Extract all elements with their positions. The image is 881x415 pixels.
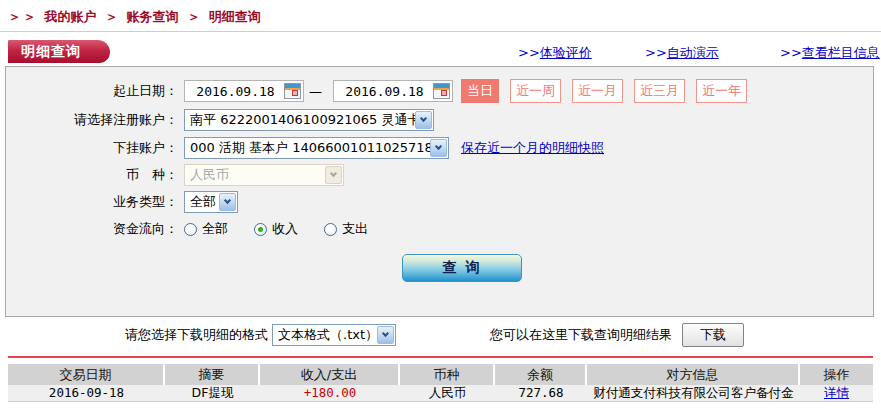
start-date-value: 2016.09.18 [187,84,284,99]
download-button[interactable]: 下载 [682,323,744,347]
radio-icon [184,223,197,236]
register-account-row: 请选择注册账户： 南平 6222001406100921065 灵通卡 [6,108,873,132]
header-income-expense: 收入/支出 [260,364,400,385]
register-account-value: 南平 6222001406100921065 灵通卡 [190,111,415,129]
download-format-value: 文本格式（.txt） [278,326,377,344]
cell-income-amount: +180.00 [260,385,400,401]
auto-demo-link[interactable]: >>自动演示 [645,44,719,62]
sub-account-row: 下挂账户： 000 活期 基本户 1406600101102571848 保存近… [6,136,873,160]
register-account-select[interactable]: 南平 6222001406100921065 灵通卡 [184,109,434,131]
download-format-select[interactable]: 文本格式（.txt） [272,324,396,346]
download-format-label: 请您选择下载明细的格式 [0,326,268,344]
header-counterparty: 对方信息 [587,364,800,385]
end-date-value: 2016.09.18 [336,84,433,99]
cell-action: 详情 [800,385,873,401]
quick-range-group: 当日 近一周 近一月 近三月 近一年 [461,79,747,103]
end-date-input[interactable]: 2016.09.18 [333,80,453,102]
cell-currency: 人民币 [400,385,495,401]
table-row: 2016-09-18 DF提现 +180.00 人民币 727.68 财付通支付… [8,385,873,402]
fund-flow-radio-group: 全部 收入 支出 [184,220,394,238]
table-header-row: 交易日期 摘要 收入/支出 币种 余额 对方信息 操作 [8,364,873,385]
header-currency: 币种 [400,364,495,385]
calendar-icon[interactable] [433,83,450,99]
fund-flow-row: 资金流向： 全部 收入 支出 [6,217,873,241]
quick-range-week-button[interactable]: 近一周 [510,79,561,103]
breadcrumb-my-account[interactable]: 我的账户 [45,9,97,24]
chevron-down-icon [325,166,342,184]
currency-select: 人民币 [184,164,344,186]
link-prefix: >> [780,45,802,60]
experience-review-link[interactable]: >>体验评价 [518,44,592,62]
chevron-down-icon [219,193,236,211]
result-table: 交易日期 摘要 收入/支出 币种 余额 对方信息 操作 2016-09-18 D… [8,364,873,402]
link-label: 查看栏目信息 [802,45,880,60]
sub-account-select[interactable]: 000 活期 基本户 1406600101102571848 [184,137,449,159]
quick-range-month-button[interactable]: 近一月 [572,79,623,103]
currency-label: 币 种： [6,166,178,184]
query-form-panel: 起止日期： 2016.09.18 — 2016.09.18 当日 近一周 近一月… [5,66,874,317]
chevron-down-icon [377,326,394,344]
link-label: 自动演示 [667,45,719,60]
quick-range-quarter-button[interactable]: 近三月 [634,79,685,103]
header-action: 操作 [800,364,873,385]
link-prefix: >> [518,45,540,60]
breadcrumb-prefix: ＞＞ [8,9,38,24]
register-account-label: 请选择注册账户： [6,111,178,129]
cell-counterparty: 财付通支付科技有限公司客户备付金 [587,385,800,401]
chevron-down-icon [415,111,432,129]
query-button[interactable]: 查 询 [402,254,522,282]
cell-summary: DF提现 [165,385,260,401]
download-row: 请您选择下载明细的格式 文本格式（.txt） 您可以在这里下载查询明细结果 下载 [0,322,881,348]
view-column-info-link[interactable]: >>查看栏目信息 [780,44,880,62]
date-dash: — [309,84,322,99]
start-date-input[interactable]: 2016.09.18 [184,80,304,102]
radio-label: 支出 [342,220,368,238]
sub-account-label: 下挂账户： [6,139,178,157]
business-type-value: 全部 [190,193,216,211]
fund-flow-expense-radio[interactable]: 支出 [324,220,368,238]
fund-flow-label: 资金流向： [6,220,178,238]
date-range-label: 起止日期： [6,82,178,100]
cell-trade-date: 2016-09-18 [8,385,165,401]
header-trade-date: 交易日期 [8,364,165,385]
cell-balance: 727.68 [495,385,587,401]
quick-range-year-button[interactable]: 近一年 [696,79,747,103]
fund-flow-all-radio[interactable]: 全部 [184,220,228,238]
currency-row: 币 种： 人民币 [6,163,873,187]
fund-flow-income-radio[interactable]: 收入 [254,220,298,238]
breadcrumb: ＞＞ 我的账户 ＞ 账务查询 ＞ 明细查询 [8,8,261,26]
breadcrumb-separator: ＞ [105,9,118,24]
link-label: 体验评价 [540,45,592,60]
calendar-icon[interactable] [284,83,301,99]
business-type-label: 业务类型： [6,193,178,211]
download-hint: 您可以在这里下载查询明细结果 [490,326,672,344]
header-divider [0,31,881,32]
date-range-row: 起止日期： 2016.09.18 — 2016.09.18 当日 近一周 近一月… [6,79,873,103]
currency-value: 人民币 [190,166,229,184]
sub-account-value: 000 活期 基本户 1406600101102571848 [190,139,430,157]
table-divider [8,356,873,358]
tab-detail-query[interactable]: 明细查询 [8,40,110,63]
radio-checked-icon [254,223,267,236]
link-prefix: >> [645,45,667,60]
breadcrumb-separator: ＞ [187,9,200,24]
header-balance: 余额 [495,364,587,385]
quick-range-today-button[interactable]: 当日 [461,79,499,103]
chevron-down-icon [430,139,447,157]
radio-icon [324,223,337,236]
breadcrumb-account-query[interactable]: 账务查询 [127,9,179,24]
detail-link[interactable]: 详情 [824,385,849,400]
snapshot-link[interactable]: 保存近一个月的明细快照 [461,139,604,157]
header-summary: 摘要 [165,364,260,385]
radio-label: 全部 [202,220,228,238]
detail-query-page: ＞＞ 我的账户 ＞ 账务查询 ＞ 明细查询 明细查询 >>体验评价 >>自动演示… [0,0,881,415]
business-type-select[interactable]: 全部 [184,191,238,213]
breadcrumb-detail-query[interactable]: 明细查询 [209,9,261,24]
radio-label: 收入 [272,220,298,238]
business-type-row: 业务类型： 全部 [6,190,873,214]
